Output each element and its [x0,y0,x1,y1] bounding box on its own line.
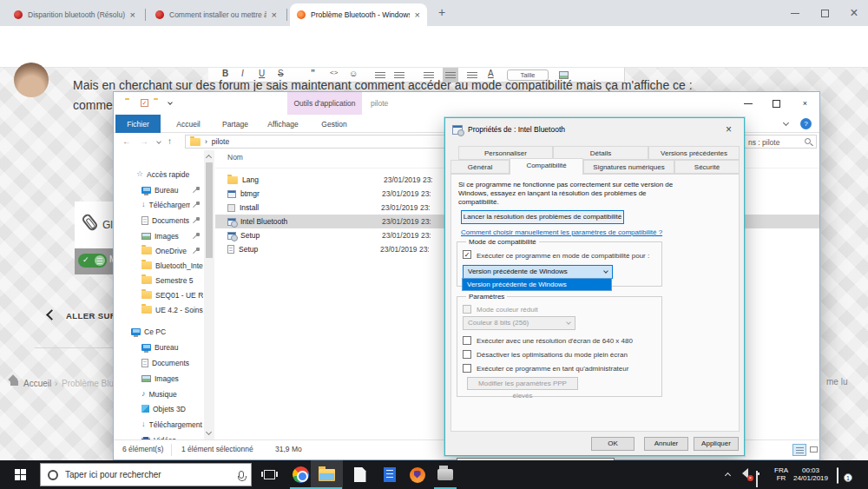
clock[interactable]: 00:03 24/01/2019 [788,466,833,482]
dialog-titlebar[interactable]: Propriétés de : Intel Bluetooth × [445,118,744,141]
details-view-button[interactable] [792,444,806,456]
underline-icon[interactable]: U [259,69,265,78]
nav-scrollbar[interactable] [204,150,214,439]
tray-expand-icon[interactable] [725,472,731,479]
manual-settings-link[interactable]: Comment choisir manuellement les paramèt… [461,228,662,236]
new-tab-button[interactable]: + [438,5,445,19]
language-indicator[interactable]: FRA FR [774,466,788,482]
nav-back-icon[interactable]: ← [122,136,131,146]
dialog-close-icon[interactable]: × [720,123,737,135]
sidebar-onedrive[interactable]: OneDrive [114,245,203,256]
ok-button[interactable]: OK [591,437,635,451]
tab-close-icon[interactable]: × [415,10,420,20]
qat-customize-icon[interactable] [168,100,173,105]
combobox-open-option[interactable]: Version précédente de Windows [462,278,612,291]
explorer-maximize-button[interactable] [762,92,791,115]
tab-compatibilite-active[interactable]: Compatibilité [510,158,583,175]
font-color-icon[interactable]: A [488,69,494,78]
reduced-color-checkbox[interactable] [463,305,471,314]
run-troubleshooter-button[interactable]: Lancer la résolution des problèmes de co… [461,210,624,224]
column-header-name[interactable]: Nom [227,153,243,162]
sidebar-telechargements[interactable]: ↓ Téléchargem [114,199,203,210]
ribbon-tab-accueil[interactable]: Accueil [168,115,209,133]
sidebar-quick-access[interactable]: ☆ Accès rapide [114,169,203,180]
bold-icon[interactable]: B [222,69,228,78]
admin-checkbox[interactable] [463,364,471,373]
cancel-button[interactable]: Annuler [644,437,688,451]
sidebar-semestre5[interactable]: Semestre 5 [114,274,203,286]
emoji-icon[interactable]: ☺ [349,69,358,78]
thumbnail-view-button[interactable] [807,444,821,456]
battery-icon[interactable] [756,471,758,487]
ribbon-tab-partage[interactable]: Partage [214,115,256,133]
browser-tab-2[interactable]: Comment installer ou mettre à jo × [148,3,284,26]
taskbar-orange-app[interactable] [403,460,431,489]
breadcrumb-topic[interactable]: Problème Bluet [62,379,114,388]
breadcrumb-home[interactable]: Accueil [23,379,51,388]
apply-button[interactable]: Appliquer [694,437,739,451]
file-name: Lang [242,175,379,184]
notify-toggle[interactable]: ✓ [78,254,107,268]
taskbar-explorer[interactable] [312,460,341,489]
help-icon[interactable]: ? [800,118,812,129]
tab-signatures-numeriques[interactable]: Signatures numériques [583,160,674,174]
fullscreen-checkbox[interactable] [463,350,471,359]
taskbar-blue-doc[interactable] [375,460,404,489]
sidebar-pc-documents[interactable]: Documents [114,357,203,368]
taskbar-device-app[interactable] [431,460,459,489]
browser-tab-active[interactable]: Problème Bluetooth - Windows × [290,3,427,26]
sidebar-ce-pc[interactable]: Ce PC [114,326,203,337]
tab-versions-precedentes[interactable]: Versions précédentes [648,146,740,160]
sidebar-ue42[interactable]: UE 4.2 - Soins re [114,304,203,315]
window-minimize-button[interactable] [780,0,810,26]
scrollbar-thumb[interactable] [206,162,213,258]
scroll-down-icon[interactable] [206,429,212,435]
sidebar-pc-musique[interactable]: ♪ Musique [114,388,203,400]
sidebar-pc-bureau[interactable]: Bureau [114,341,203,353]
user-avatar[interactable] [14,63,49,97]
tab-close-icon[interactable]: × [272,10,277,20]
quick-access-check-icon[interactable]: ✓ [141,99,148,107]
explorer-titlebar[interactable]: ✓ Outils d'application pilote × [114,92,819,115]
start-button[interactable] [0,460,40,489]
action-center-button[interactable]: 1 [837,468,838,484]
attachment-box[interactable]: Gl [75,202,115,248]
sidebar-pc-images[interactable]: Images [114,373,203,384]
ribbon-collapse-icon[interactable] [783,120,789,126]
window-close-button[interactable]: × [839,0,868,26]
nav-up-icon[interactable]: ↑ [168,136,172,146]
sidebar-images[interactable]: Images [114,230,203,241]
sidebar-seq01[interactable]: SEQ01 - UE Rech [114,289,203,301]
sidebar-pc-objets3d[interactable]: Objets 3D [114,403,203,414]
address-crumb[interactable]: pilote [212,137,229,146]
taskbar-search[interactable]: Taper ici pour rechercher [40,463,252,486]
ribbon-tab-fichier[interactable]: Fichier [115,115,161,133]
explorer-close-button[interactable]: × [791,92,819,115]
sidebar-bluetooth-intel[interactable]: Bluetooth_Intel_ [114,260,203,271]
code-icon[interactable]: <> [330,69,338,76]
tab-securite[interactable]: Sécurité [674,160,740,174]
ribbon-tab-gestion[interactable]: Gestion [310,115,358,133]
tab-general[interactable]: Général [450,160,510,174]
browser-tab-1[interactable]: Disparition bluetooth (Résolu) × [7,3,142,26]
sidebar-bureau[interactable]: Bureau [114,184,203,195]
compat-os-combobox[interactable]: Version précédente de Windows [463,265,613,279]
explorer-minimize-button[interactable] [733,92,762,115]
tab-title: Comment installer ou mettre à jo [169,10,266,19]
compat-mode-checkbox[interactable]: ✓ [463,250,471,259]
sidebar-pc-telechargement[interactable]: ↓ Téléchargement [114,419,203,430]
scroll-up-icon[interactable] [206,155,212,161]
strikethrough-icon[interactable]: S [278,69,284,78]
tab-close-icon[interactable]: × [130,10,135,20]
task-view-button[interactable] [255,460,284,489]
sidebar-documents[interactable]: Documents [114,215,203,226]
resolution-checkbox[interactable] [463,336,471,345]
window-maximize-button[interactable] [810,0,839,26]
recent-locations-icon[interactable] [156,139,161,144]
taskbar-writer-doc[interactable] [345,460,374,489]
ribbon-tab-affichage[interactable]: Affichage [260,115,306,133]
nav-forward-icon[interactable]: → [140,136,148,146]
microphone-icon[interactable] [239,471,244,479]
quote-icon[interactable]: ” [311,69,315,78]
italic-icon[interactable]: I [241,69,244,78]
